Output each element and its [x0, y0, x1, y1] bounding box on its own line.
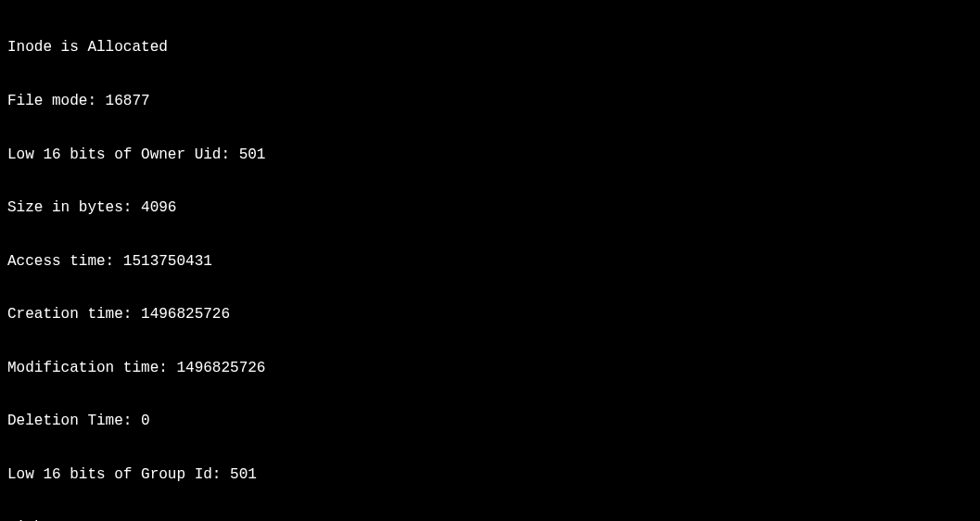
file-mode: File mode: 16877: [7, 93, 973, 110]
inode-allocated: Inode is Allocated: [7, 39, 973, 57]
creation-time: Creation time: 1496825726: [7, 306, 973, 324]
size-bytes: Size in bytes: 4096: [7, 199, 973, 217]
group-id: Low 16 bits of Group Id: 501: [7, 466, 973, 484]
owner-uid: Low 16 bits of Owner Uid: 501: [7, 146, 973, 164]
modification-time: Modification time: 1496825726: [7, 360, 973, 377]
deletion-time: Deletion Time: 0: [7, 413, 973, 430]
terminal-output[interactable]: Inode is Allocated File mode: 16877 Low …: [7, 4, 973, 521]
access-time: Access time: 1513750431: [7, 253, 973, 271]
